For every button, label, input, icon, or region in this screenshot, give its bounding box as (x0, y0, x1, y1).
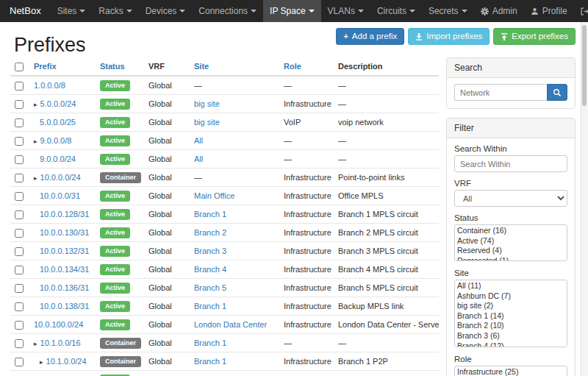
site-cell: All (191, 150, 281, 169)
prefix-link[interactable]: 9.0.0.0/24 (40, 155, 76, 163)
prefix-link[interactable]: 10.0.100.0/24 (34, 320, 83, 329)
select-all-checkbox[interactable] (15, 63, 24, 71)
site-link[interactable]: Branch 3 (194, 246, 226, 255)
row-checkbox[interactable] (15, 321, 24, 330)
search-input[interactable] (454, 84, 547, 101)
nav-item-admin[interactable]: Admin (474, 0, 524, 22)
row-checkbox[interactable] (15, 82, 24, 91)
site-link[interactable]: Main Office (194, 191, 234, 200)
row-checkbox[interactable] (15, 174, 24, 182)
page-scrollbar[interactable] (581, 22, 588, 376)
prefix-link[interactable]: 10.0.0.138/31 (40, 302, 89, 311)
role-cell: VoIP (281, 113, 335, 132)
row-checkbox[interactable] (15, 247, 24, 256)
status-cell: Container (97, 352, 146, 371)
filter-option[interactable]: Reserved (4) (456, 246, 566, 256)
prefix-link[interactable]: 10.0.0.136/31 (40, 283, 89, 292)
site-link[interactable]: All (194, 136, 203, 145)
row-checkbox[interactable] (15, 284, 24, 293)
status-cell: Active (97, 76, 146, 95)
prefix-link[interactable]: 10.0.0.0/31 (40, 191, 80, 200)
site-link[interactable]: big site (194, 118, 220, 127)
nav-item-profile[interactable]: Profile (524, 0, 574, 22)
prefix-link[interactable]: 10.0.0.128/31 (40, 210, 89, 219)
site-link[interactable]: Branch 1 (194, 357, 226, 366)
nav-item-secrets[interactable]: Secrets (422, 0, 474, 22)
filter-option[interactable]: Branch 4 (12) (456, 341, 566, 347)
nav-item-label: Racks (98, 0, 123, 22)
nav-item-circuits[interactable]: Circuits (370, 0, 422, 22)
filter-option[interactable]: Branch 2 (10) (456, 321, 566, 331)
status-badge: Active (100, 319, 130, 330)
row-checkbox[interactable] (15, 192, 24, 201)
site-link[interactable]: big site (194, 99, 220, 108)
site-link[interactable]: Branch 1 (194, 302, 226, 311)
navbar: NetBox SitesRacksDevicesConnectionsIP Sp… (0, 0, 588, 22)
nav-item-sites[interactable]: Sites (51, 0, 93, 22)
row-checkbox[interactable] (15, 302, 24, 311)
status-filter-select[interactable]: Container (16)Active (74)Reserved (4)Dep… (454, 224, 567, 261)
filter-option[interactable]: Container (16) (456, 226, 566, 236)
row-checkbox[interactable] (15, 339, 24, 348)
nav-item-vlans[interactable]: VLANs (321, 0, 370, 22)
site-filter-select[interactable]: All (11)Ashburn DC (7)big site (2)Branch… (454, 280, 567, 347)
filter-option[interactable]: Deprecated (1) (456, 256, 566, 261)
nav-item-logout[interactable]: Log out (574, 0, 588, 22)
row-checkbox[interactable] (15, 358, 24, 366)
filter-option[interactable]: Active (74) (456, 236, 566, 246)
prefix-link[interactable]: 1.0.0.0/8 (34, 81, 65, 90)
column-header-status[interactable]: Status (97, 57, 146, 76)
export-prefixes-button[interactable]: Export prefixes (493, 28, 576, 45)
site-link[interactable]: Branch 4 (194, 265, 226, 274)
scrollbar-thumb[interactable] (582, 25, 587, 106)
filter-option[interactable]: All (11) (456, 281, 566, 291)
filter-option[interactable]: Branch 1 (14) (456, 311, 566, 322)
site-link[interactable]: All (194, 155, 203, 163)
vrf-filter-select[interactable]: All (454, 190, 567, 207)
button-label: Add a prefix (352, 32, 397, 41)
row-checkbox[interactable] (15, 137, 24, 146)
prefix-link[interactable]: 10.0.0.134/31 (40, 265, 89, 274)
site-link[interactable]: Branch 1 (194, 338, 226, 347)
row-checkbox[interactable] (15, 266, 24, 274)
site-cell: Branch 1 (191, 352, 281, 371)
row-checkbox[interactable] (15, 118, 24, 127)
column-header-prefix[interactable]: Prefix (31, 57, 97, 76)
table-row: 5.0.0.0/25ActiveGlobalbig siteVoIPvoip n… (10, 113, 439, 132)
filter-option[interactable]: Ashburn DC (7) (456, 291, 566, 302)
row-checkbox[interactable] (15, 210, 24, 219)
brand-link[interactable]: NetBox (0, 0, 51, 22)
nav-item-devices[interactable]: Devices (139, 0, 193, 22)
filter-option[interactable]: Infrastructure (25) (456, 367, 566, 376)
row-checkbox[interactable] (15, 155, 24, 164)
plus-icon: + (343, 32, 348, 41)
prefix-link[interactable]: 5.0.0.0/25 (40, 118, 76, 127)
prefix-link[interactable]: 10.0.0.0/24 (40, 173, 81, 182)
row-checkbox[interactable] (15, 100, 24, 109)
prefix-cell: 10.0.0.0/31 (31, 187, 97, 205)
prefix-link[interactable]: 10.0.0.132/31 (40, 246, 89, 255)
site-link[interactable]: London Data Center (194, 320, 267, 329)
site-link[interactable]: Branch 2 (194, 228, 226, 237)
nav-item-connections[interactable]: Connections (192, 0, 263, 22)
add-prefix-button[interactable]: + Add a prefix (336, 28, 404, 45)
prefix-link[interactable]: 10.1.0.0/16 (40, 338, 81, 347)
prefix-link[interactable]: 10.0.0.130/31 (40, 228, 89, 237)
prefix-link[interactable]: 10.1.0.0/24 (46, 357, 87, 366)
row-checkbox[interactable] (15, 229, 24, 238)
row-select-cell (10, 352, 31, 371)
nav-item-ip-space[interactable]: IP Space (263, 0, 320, 22)
import-prefixes-button[interactable]: Import prefixes (408, 28, 490, 45)
role-filter-select[interactable]: Infrastructure (25)Management (8)Private… (454, 366, 567, 376)
site-link[interactable]: Branch 1 (194, 210, 226, 219)
filter-option[interactable]: big site (2) (456, 301, 566, 311)
prefix-link[interactable]: 5.0.0.0/24 (40, 99, 76, 108)
nav-item-racks[interactable]: Racks (92, 0, 138, 22)
column-header-role[interactable]: Role (281, 57, 335, 76)
search-within-input[interactable] (454, 155, 567, 172)
search-button[interactable] (547, 84, 567, 101)
site-link[interactable]: Branch 5 (194, 283, 226, 292)
column-header-site[interactable]: Site (191, 57, 281, 76)
filter-option[interactable]: Branch 3 (6) (456, 331, 566, 341)
prefix-link[interactable]: 9.0.0.0/8 (40, 136, 72, 145)
